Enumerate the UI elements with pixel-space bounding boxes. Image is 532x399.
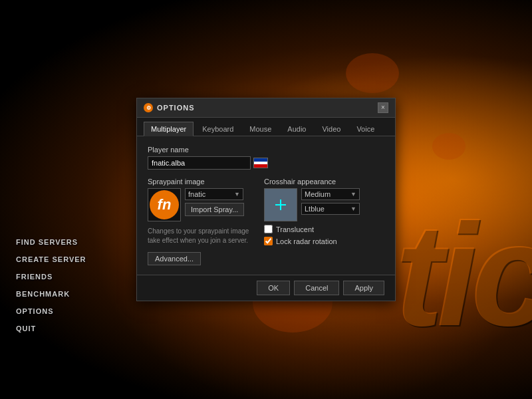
player-name-input[interactable]: [152, 159, 231, 167]
crosshair-dropdowns: Medium ▼ Ltblue ▼: [301, 188, 360, 215]
dialog-title-left: ⚙ OPTIONS: [144, 103, 195, 112]
options-dialog: ⚙ OPTIONS × Multiplayer Keyboard Mouse A…: [136, 98, 396, 301]
spray-dropdown[interactable]: fnatic ▼: [185, 188, 243, 200]
advanced-button[interactable]: Advanced...: [148, 252, 201, 265]
tab-voice[interactable]: Voice: [349, 122, 382, 136]
tab-mouse[interactable]: Mouse: [242, 122, 279, 136]
dialog-icon: ⚙: [144, 103, 153, 112]
crosshair-color-dropdown[interactable]: Ltblue ▼: [301, 203, 360, 215]
tab-multiplayer[interactable]: Multiplayer: [144, 122, 194, 136]
spraypaint-label: Spraypaint image: [148, 178, 251, 186]
country-flag: [253, 158, 268, 168]
crosshair-row: Medium ▼ Ltblue ▼: [264, 188, 384, 221]
tab-bar: Multiplayer Keyboard Mouse Audio Video V…: [137, 118, 395, 136]
dialog-body: Player name Spraypaint image fn: [137, 136, 395, 275]
spray-note: Changes to your spraypaint image take ef…: [148, 227, 251, 245]
crosshair-color-value: Ltblue: [305, 205, 325, 213]
crosshair-preview: [264, 188, 297, 221]
apply-button[interactable]: Apply: [343, 281, 384, 295]
crosshair-size-dropdown[interactable]: Medium ▼: [301, 188, 360, 200]
two-col-section: Spraypaint image fn fnatic ▼ Import Spra…: [148, 178, 384, 265]
crosshair-size-arrow: ▼: [350, 191, 356, 198]
dialog-footer: OK Cancel Apply: [137, 275, 395, 301]
spray-dropdown-arrow: ▼: [234, 191, 240, 198]
crosshair-color-arrow: ▼: [350, 205, 356, 212]
spray-row: fn fnatic ▼ Import Spray...: [148, 188, 251, 221]
crosshair-label: Crosshair appearance: [264, 178, 384, 186]
lock-radar-row: Lock radar rotation: [264, 237, 384, 245]
spray-controls: fnatic ▼ Import Spray...: [185, 188, 244, 216]
dialog-title-text: OPTIONS: [157, 104, 195, 112]
dialog-titlebar: ⚙ OPTIONS ×: [137, 98, 395, 118]
spray-name: fnatic: [188, 190, 205, 198]
tab-audio[interactable]: Audio: [280, 122, 313, 136]
cancel-button[interactable]: Cancel: [294, 281, 339, 295]
spray-preview: fn: [148, 188, 181, 221]
ok-button[interactable]: OK: [257, 281, 290, 295]
spray-logo: fn: [150, 190, 179, 219]
player-name-row: [148, 156, 384, 170]
close-button[interactable]: ×: [378, 102, 388, 113]
spraypaint-section: Spraypaint image fn fnatic ▼ Import Spra…: [148, 178, 251, 265]
player-name-input-wrapper: [148, 156, 251, 170]
modal-overlay: ⚙ OPTIONS × Multiplayer Keyboard Mouse A…: [0, 0, 532, 399]
lock-radar-checkbox[interactable]: [264, 237, 273, 245]
lock-radar-label: Lock radar rotation: [276, 237, 337, 245]
crosshair-size-value: Medium: [305, 190, 331, 198]
tab-keyboard[interactable]: Keyboard: [195, 122, 241, 136]
crosshair-section: Crosshair appearance Medium ▼ Ltblue ▼: [264, 178, 384, 265]
tab-video[interactable]: Video: [315, 122, 348, 136]
translucent-label: Translucent: [276, 225, 314, 233]
import-spray-button[interactable]: Import Spray...: [185, 203, 244, 216]
translucent-row: Translucent: [264, 225, 384, 233]
translucent-checkbox[interactable]: [264, 225, 273, 233]
player-name-label: Player name: [148, 146, 384, 154]
